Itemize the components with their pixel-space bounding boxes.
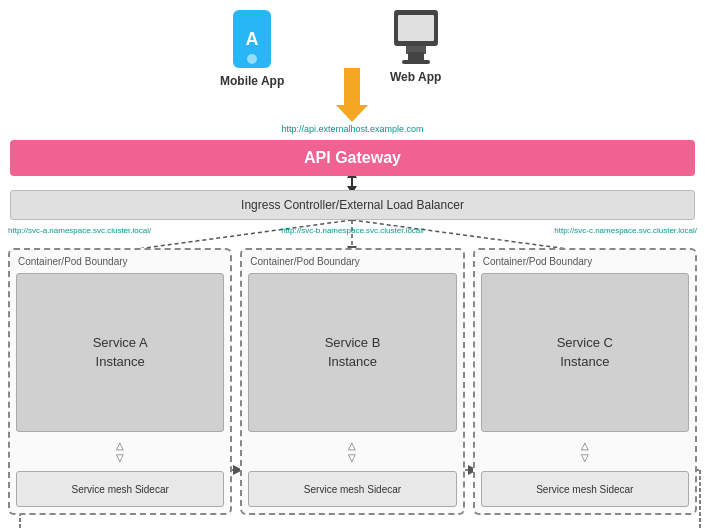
pod-c-service-label: Service CInstance bbox=[557, 334, 613, 370]
ingress-controller: Ingress Controller/External Load Balance… bbox=[10, 190, 695, 220]
url-service-b: http://svc-b.namespace.svc.cluster.local… bbox=[281, 226, 424, 235]
pod-b-boundary-label: Container/Pod Boundary bbox=[250, 256, 456, 267]
pod-b-sidecar-label: Service mesh Sidecar bbox=[304, 484, 401, 495]
pod-c-sidecar: Service mesh Sidecar bbox=[481, 471, 689, 507]
pod-b-service-label: Service BInstance bbox=[325, 334, 381, 370]
pod-b-service-box: Service BInstance bbox=[248, 273, 456, 432]
top-url-text: http://api.externalhost.example.com bbox=[0, 118, 705, 136]
ingress-label: Ingress Controller/External Load Balance… bbox=[241, 198, 464, 212]
pod-a-boundary-label: Container/Pod Boundary bbox=[18, 256, 224, 267]
pod-a-inner-arrow: △ ▽ bbox=[16, 438, 224, 465]
url-service-a: http://svc-a.namespace.svc.cluster.local… bbox=[8, 226, 151, 235]
architecture-diagram: Mobile App Web App http://api.externalho… bbox=[0, 0, 705, 531]
pod-a-sidecar: Service mesh Sidecar bbox=[16, 471, 224, 507]
pod-c-sidecar-label: Service mesh Sidecar bbox=[536, 484, 633, 495]
pod-a-service-label: Service AInstance bbox=[93, 334, 148, 370]
web-app-client: Web App bbox=[390, 10, 441, 84]
mobile-app-icon bbox=[233, 10, 271, 68]
api-gateway: API Gateway bbox=[10, 140, 695, 176]
pod-c-inner-arrow: △ ▽ bbox=[481, 438, 689, 465]
pod-b-sidecar: Service mesh Sidecar bbox=[248, 471, 456, 507]
pod-c-boundary-label: Container/Pod Boundary bbox=[483, 256, 689, 267]
mobile-app-label: Mobile App bbox=[220, 74, 284, 88]
api-gateway-label: API Gateway bbox=[304, 149, 401, 167]
pods-container: Container/Pod Boundary Service AInstance… bbox=[8, 248, 697, 515]
pod-c-service-box: Service CInstance bbox=[481, 273, 689, 432]
pod-b-inner-arrow: △ ▽ bbox=[248, 438, 456, 465]
pod-b: Container/Pod Boundary Service BInstance… bbox=[240, 248, 464, 515]
web-app-label: Web App bbox=[390, 70, 441, 84]
service-urls-row: http://svc-a.namespace.svc.cluster.local… bbox=[8, 226, 697, 235]
pod-a-sidecar-label: Service mesh Sidecar bbox=[72, 484, 169, 495]
url-service-c: http://svc-c.namespace.svc.cluster.local… bbox=[554, 226, 697, 235]
pod-a-service-box: Service AInstance bbox=[16, 273, 224, 432]
pod-c: Container/Pod Boundary Service CInstance… bbox=[473, 248, 697, 515]
pod-a: Container/Pod Boundary Service AInstance… bbox=[8, 248, 232, 515]
main-down-arrow bbox=[336, 68, 368, 122]
web-app-icon bbox=[394, 10, 438, 60]
mobile-app-client: Mobile App bbox=[220, 10, 284, 88]
